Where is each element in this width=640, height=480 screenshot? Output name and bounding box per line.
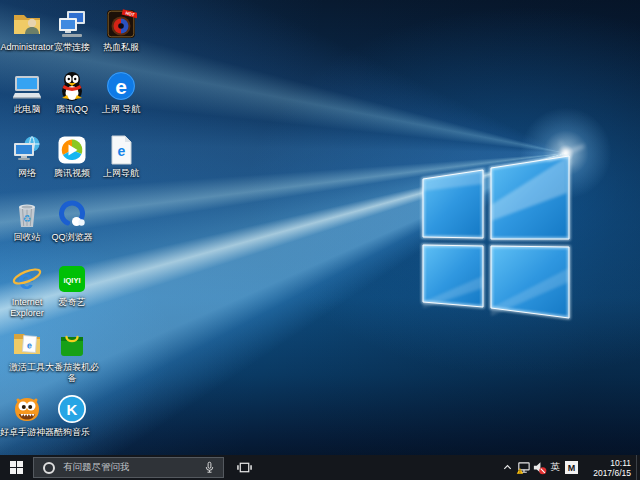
folder-document-icon: e bbox=[11, 328, 43, 360]
desktop-icon-kugou[interactable]: K 酷狗音乐 bbox=[45, 393, 99, 438]
network-tray-icon[interactable] bbox=[515, 455, 531, 480]
iqiyi-wordmark: iQIYI bbox=[63, 276, 80, 285]
dual-monitor-icon bbox=[56, 8, 88, 40]
desktop-icon-broadband[interactable]: 宽带连接 bbox=[45, 8, 99, 53]
search-placeholder: 有问题尽管问我 bbox=[63, 461, 130, 474]
windows-desktop: Administrator 宽带连接 HOT 热血私服 此电脑 bbox=[0, 0, 640, 480]
clock[interactable]: 10:11 2017/6/15 bbox=[580, 458, 636, 478]
user-folder-icon bbox=[11, 8, 43, 40]
chevron-up-icon bbox=[502, 462, 513, 473]
document-e-icon: e bbox=[105, 134, 137, 166]
play-circle-icon bbox=[56, 134, 88, 166]
desktop-icon-web-nav[interactable]: e 上网 导航 bbox=[94, 70, 148, 115]
monster-icon bbox=[11, 393, 43, 425]
ime-mode-indicator[interactable]: M bbox=[563, 455, 580, 480]
shopping-bag-icon bbox=[56, 328, 88, 360]
kugou-k-icon: K bbox=[56, 393, 88, 425]
iqiyi-icon: iQIYI bbox=[56, 263, 88, 295]
icon-label: 腾讯QQ bbox=[45, 104, 99, 115]
icon-label: 大番茄装机必备 bbox=[45, 362, 99, 384]
ime-language-indicator[interactable]: 英 bbox=[547, 455, 563, 480]
volume-tray-icon[interactable] bbox=[531, 455, 547, 480]
icon-label: QQ浏览器 bbox=[45, 232, 99, 243]
clock-time: 10:11 bbox=[580, 458, 631, 468]
task-view-icon bbox=[237, 460, 252, 475]
desktop-icon-tomato-store[interactable]: 大番茄装机必备 bbox=[45, 328, 99, 384]
taskbar: 有问题尽管问我 bbox=[0, 455, 640, 480]
q-swirl-icon bbox=[56, 198, 88, 230]
icon-label: 宽带连接 bbox=[45, 42, 99, 53]
icon-label: 爱奇艺 bbox=[45, 297, 99, 308]
e-glyph: e bbox=[27, 340, 33, 350]
icon-label: 酷狗音乐 bbox=[45, 427, 99, 438]
qq-penguin-icon bbox=[56, 70, 88, 102]
k-glyph: K bbox=[67, 401, 78, 418]
desktop-icon-iqiyi[interactable]: iQIYI 爱奇艺 bbox=[45, 263, 99, 308]
desktop-icon-tencent-video[interactable]: 腾讯视频 bbox=[45, 134, 99, 179]
network-globe-icon bbox=[11, 134, 43, 166]
clock-date: 2017/6/15 bbox=[580, 468, 631, 478]
icon-label: 腾讯视频 bbox=[45, 168, 99, 179]
blue-e-circle-icon: e bbox=[105, 70, 137, 102]
computer-icon bbox=[11, 70, 43, 102]
microphone-icon[interactable] bbox=[203, 460, 216, 475]
e-glyph: e bbox=[115, 75, 127, 98]
search-box[interactable]: 有问题尽管问我 bbox=[33, 457, 224, 478]
desktop-icon-web-nav-doc[interactable]: e 上网导航 bbox=[94, 134, 148, 179]
ie-icon: e bbox=[11, 263, 43, 295]
show-desktop-button[interactable] bbox=[636, 455, 640, 480]
desktop-icon-qq[interactable]: 腾讯QQ bbox=[45, 70, 99, 115]
network-warning-icon bbox=[516, 460, 531, 475]
game-gem-icon: HOT bbox=[105, 8, 137, 40]
desktop-icon-hot-game[interactable]: HOT 热血私服 bbox=[94, 8, 148, 53]
volume-muted-icon bbox=[532, 460, 547, 475]
icon-label: 上网导航 bbox=[94, 168, 148, 179]
e-glyph: e bbox=[118, 143, 126, 159]
ime-mode-icon: M bbox=[565, 461, 578, 474]
start-button[interactable] bbox=[0, 455, 33, 480]
icon-label: 上网 导航 bbox=[94, 104, 148, 115]
task-view-button[interactable] bbox=[231, 455, 257, 480]
cortana-icon bbox=[43, 462, 55, 474]
recycle-glyph: ♻ bbox=[23, 213, 32, 224]
show-hidden-icons-button[interactable] bbox=[500, 455, 515, 480]
windows-flag-icon bbox=[10, 461, 22, 473]
recycle-bin-icon: ♻ bbox=[11, 198, 43, 230]
desktop-icon-qq-browser[interactable]: QQ浏览器 bbox=[45, 198, 99, 243]
icon-label: 热血私服 bbox=[94, 42, 148, 53]
